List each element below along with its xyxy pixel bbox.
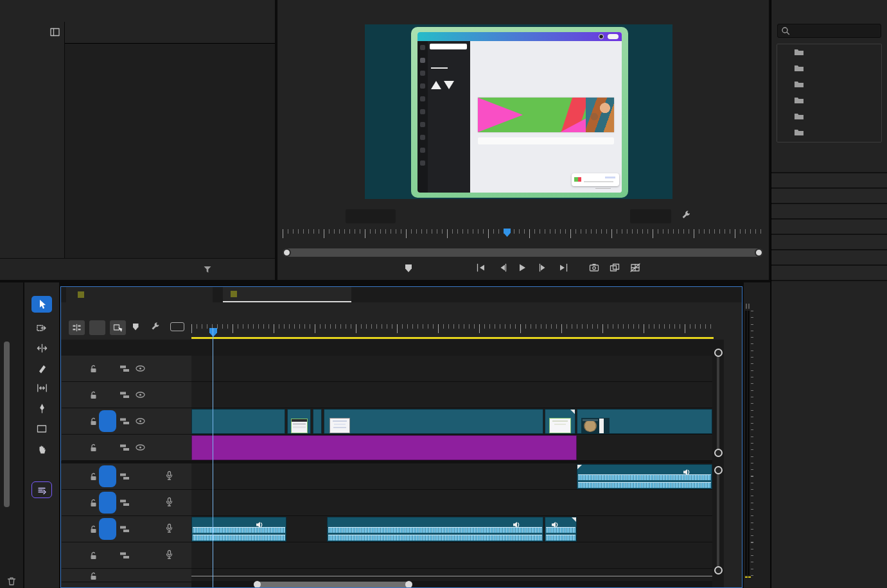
clip-v2-5[interactable] [545, 409, 575, 434]
mark-out-button[interactable] [444, 261, 453, 274]
timeline-add-marker-button[interactable] [130, 322, 141, 332]
track-a4-content[interactable] [191, 542, 712, 569]
voiceover-mic-icon[interactable] [164, 549, 174, 561]
sync-lock-icon[interactable] [119, 524, 130, 533]
play-button[interactable] [516, 263, 528, 273]
linked-selection-toggle[interactable] [110, 320, 126, 335]
track-target-badge-a3[interactable] [99, 518, 116, 540]
remix-tool[interactable] [31, 481, 52, 498]
track-lock-icon[interactable] [89, 364, 98, 374]
clip-v2-2[interactable] [287, 409, 311, 434]
program-ruler[interactable] [283, 229, 763, 239]
mix-automation-line[interactable] [191, 576, 712, 576]
scrollbar-handle-left[interactable] [283, 248, 291, 257]
loop-icon[interactable] [242, 263, 254, 275]
hscroll-handle-right[interactable] [405, 581, 412, 588]
settings-wrench-icon[interactable] [681, 210, 692, 223]
video-scroll-handle-bottom[interactable] [714, 449, 723, 457]
preview-add-page-button[interactable] [478, 137, 614, 144]
sync-lock-icon[interactable] [119, 364, 130, 373]
voiceover-mic-icon[interactable] [164, 523, 174, 535]
effects-tree-lumetri-presets[interactable] [777, 60, 881, 76]
timeline-settings-wrench-icon[interactable] [150, 321, 161, 333]
effects-tree-video-effects[interactable] [777, 108, 881, 125]
sync-lock-icon[interactable] [119, 417, 130, 426]
snap-toggle[interactable] [89, 320, 105, 335]
effects-tree-audio-effects[interactable] [777, 76, 881, 92]
tab-markers[interactable] [771, 234, 887, 249]
export-frame-button[interactable] [588, 263, 600, 273]
track-lock-icon[interactable] [89, 524, 98, 534]
clip-v2-1[interactable] [191, 409, 285, 434]
work-area-bar[interactable] [191, 337, 714, 339]
track-output-eye-icon[interactable] [135, 444, 146, 451]
tab-lumetri-color[interactable] [771, 203, 887, 218]
sync-lock-icon[interactable] [119, 390, 130, 399]
track-target-badge-a2[interactable] [99, 492, 116, 514]
button-editor-plus[interactable] [746, 261, 757, 274]
track-lock-icon[interactable] [89, 571, 98, 581]
preview-line-element[interactable] [431, 67, 448, 69]
track-target-badge-a1[interactable] [99, 465, 116, 487]
go-to-in-button[interactable] [475, 263, 487, 273]
selection-tool[interactable] [31, 296, 52, 313]
track-output-eye-icon[interactable] [135, 417, 146, 425]
preview-search-input[interactable] [430, 44, 467, 49]
audio-scroll-handle-bottom[interactable] [714, 566, 723, 575]
hscroll-handle-left[interactable] [254, 581, 261, 588]
clip-v1-elt-png[interactable] [191, 435, 577, 460]
track-header-a3[interactable] [62, 516, 191, 542]
voiceover-mic-icon[interactable] [164, 497, 174, 508]
preview-zoom-slider[interactable] [595, 188, 611, 189]
preview-triangle-down[interactable] [444, 81, 454, 89]
sync-lock-icon[interactable] [119, 498, 130, 507]
filter-icon[interactable] [202, 264, 213, 275]
clip-a3-3[interactable] [545, 517, 577, 542]
preview-upgrade-pill[interactable] [608, 34, 619, 39]
effects-search-input[interactable] [777, 24, 881, 38]
trash-icon[interactable] [6, 576, 17, 588]
clip-a3-2[interactable] [327, 517, 543, 542]
effects-tree-presets[interactable] [777, 44, 881, 60]
scrollbar-handle-right[interactable] [755, 248, 763, 257]
track-lock-icon[interactable] [89, 472, 98, 481]
hand-tool[interactable] [31, 442, 52, 457]
ripple-edit-tool[interactable] [31, 340, 52, 356]
nest-sequence-toggle[interactable] [69, 320, 85, 335]
track-output-eye-icon[interactable] [135, 391, 146, 399]
timeline-playhead-line[interactable] [213, 328, 213, 587]
track-header-v2[interactable] [62, 408, 191, 435]
step-forward-button[interactable] [537, 263, 549, 273]
clip-v2-3[interactable] [313, 409, 322, 434]
tab-essential-sound[interactable] [771, 187, 887, 203]
clip-v2-6[interactable] [577, 409, 712, 434]
sequence-tab-1[interactable] [66, 287, 213, 302]
program-scrollbar[interactable] [283, 248, 763, 257]
tab-history[interactable] [771, 249, 887, 264]
tab-graphics-templates[interactable] [771, 172, 887, 187]
playback-resolution-dropdown[interactable] [630, 209, 671, 223]
track-lock-icon[interactable] [89, 417, 98, 426]
track-header-a2[interactable] [62, 490, 191, 516]
sync-lock-icon[interactable] [119, 443, 130, 452]
step-back-button[interactable] [497, 263, 509, 273]
track-select-forward-tool[interactable] [31, 320, 52, 335]
track-lock-icon[interactable] [89, 551, 98, 560]
add-marker-button[interactable] [403, 263, 414, 273]
sync-lock-icon[interactable] [119, 472, 130, 481]
video-scroll-track[interactable] [717, 352, 719, 453]
pen-tool[interactable] [31, 401, 52, 416]
track-v3-content[interactable] [191, 382, 712, 408]
track-header-a4[interactable] [62, 542, 191, 569]
voiceover-mic-icon[interactable] [164, 471, 174, 482]
track-lock-icon[interactable] [89, 390, 98, 400]
clip-v2-4[interactable] [324, 409, 543, 434]
effects-tree-audio-transitions[interactable] [777, 92, 881, 108]
track-header-mix[interactable] [62, 569, 191, 582]
track-mix-content[interactable] [191, 569, 712, 582]
audio-scroll-track[interactable] [717, 470, 719, 568]
clip-a3-1[interactable] [191, 517, 286, 542]
video-scroll-handle-top[interactable] [714, 349, 723, 357]
play-audio-only-icon[interactable] [220, 263, 235, 275]
type-tool[interactable] [31, 462, 52, 478]
